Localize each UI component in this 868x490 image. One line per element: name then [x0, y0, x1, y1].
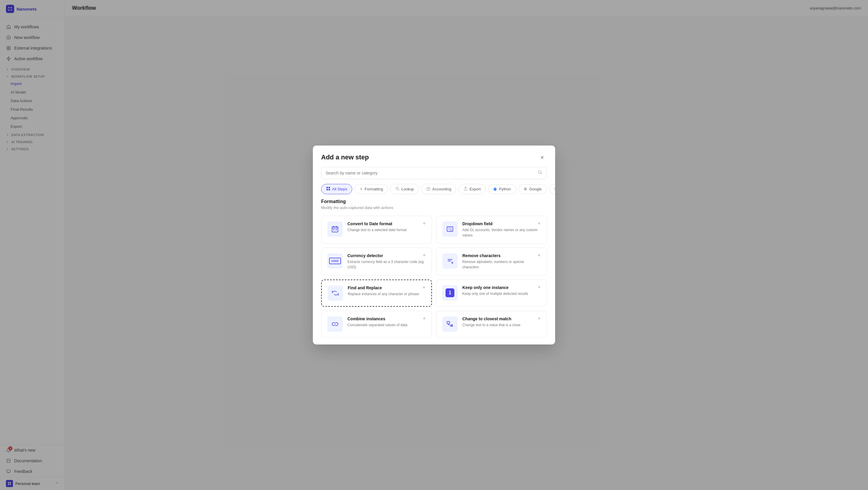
- card-title: Keep only one instance: [462, 285, 541, 290]
- card-add-button[interactable]: +: [421, 252, 428, 259]
- closest-match-icon: [446, 320, 454, 328]
- modal: Add a new step × All Steps: [313, 145, 555, 345]
- tab-accounting[interactable]: Accounting: [421, 184, 456, 194]
- card-icon-wrap: [442, 253, 458, 269]
- export-icon: [464, 187, 468, 192]
- card-add-button[interactable]: +: [536, 252, 542, 259]
- card-icon-wrap: [442, 221, 458, 237]
- card-info: Convert to Date format Change text to a …: [347, 221, 426, 233]
- card-title: Currency detector: [347, 253, 426, 258]
- svg-rect-29: [448, 229, 451, 230]
- svg-point-23: [555, 187, 555, 190]
- card-desc: Change text to a value that is a close: [462, 322, 541, 328]
- section-subtitle: Modify the auto-captured data with actio…: [321, 205, 547, 210]
- search-box: [321, 167, 547, 179]
- section-heading: Formatting: [321, 199, 547, 204]
- svg-rect-28: [448, 228, 452, 228]
- svg-rect-18: [327, 189, 328, 190]
- card-desc: Add GL accounts, Vendor names or any cus…: [462, 227, 541, 238]
- modal-overlay[interactable]: Add a new step × All Steps: [0, 0, 868, 490]
- card-info: Currency detector Extracts currency fiel…: [347, 253, 426, 270]
- card-add-button[interactable]: +: [536, 284, 542, 290]
- card-icon-wrap: 1: [442, 285, 458, 300]
- modal-header: Add a new step ×: [313, 145, 555, 167]
- tab-all-steps[interactable]: All Steps: [321, 184, 352, 194]
- grid-tab-icon: [326, 187, 330, 192]
- card-add-button[interactable]: +: [421, 315, 428, 322]
- card-currency-detector[interactable]: USD Currency detector Extracts currency …: [321, 248, 432, 275]
- card-icon-wrap: [442, 317, 458, 332]
- usd-icon: USD: [329, 258, 341, 264]
- remove-chars-icon: [446, 257, 454, 265]
- card-title: Find and Replace: [348, 286, 426, 290]
- section-title: Formatting: [321, 199, 346, 204]
- svg-rect-16: [327, 187, 328, 188]
- tab-lookup[interactable]: Lookup: [390, 184, 419, 194]
- card-info: Change to closest match Change text to a…: [462, 317, 541, 328]
- card-info: Dropdown field Add GL accounts, Vendor n…: [462, 221, 541, 238]
- card-title: Combine instances: [347, 317, 426, 321]
- sparkle-icon: ✦: [360, 187, 363, 191]
- card-info: Keep only one instance Keep only one of …: [462, 285, 541, 296]
- card-title: Remove characters: [462, 253, 541, 258]
- card-remove-characters[interactable]: Remove characters Remove alphabets, numb…: [436, 248, 547, 275]
- card-info: Remove characters Remove alphabets, numb…: [462, 253, 541, 270]
- card-keep-only-one-instance[interactable]: 1 Keep only one instance Keep only one o…: [436, 280, 547, 307]
- tab-python[interactable]: Python: [488, 184, 516, 194]
- svg-rect-32: [447, 322, 450, 324]
- dropdown-field-icon: [446, 225, 454, 233]
- card-add-button[interactable]: +: [536, 220, 542, 227]
- one-instance-icon: 1: [445, 288, 454, 297]
- lookup-icon: [395, 187, 399, 192]
- svg-rect-17: [329, 187, 330, 188]
- card-find-and-replace[interactable]: Find and Replace Replace instances of an…: [321, 280, 432, 307]
- card-desc: Remove alphabets, numbers or special cha…: [462, 259, 541, 270]
- search-input[interactable]: [326, 171, 535, 175]
- card-change-to-closest-match[interactable]: Change to closest match Change text to a…: [436, 311, 547, 337]
- svg-point-31: [335, 323, 338, 326]
- card-title: Convert to Date format: [347, 221, 426, 226]
- svg-rect-25: [333, 229, 335, 230]
- card-add-button[interactable]: +: [421, 220, 428, 227]
- svg-point-20: [396, 187, 398, 190]
- modal-close-button[interactable]: ×: [537, 153, 547, 162]
- card-add-button[interactable]: +: [536, 315, 542, 322]
- card-dropdown-field[interactable]: Dropdown field Add GL accounts, Vendor n…: [436, 216, 547, 243]
- card-icon-wrap: [327, 317, 343, 332]
- svg-rect-26: [336, 229, 337, 230]
- card-combine-instances[interactable]: Combine instances Concatenate separated …: [321, 311, 432, 337]
- calendar-icon: [331, 225, 339, 233]
- card-info: Find and Replace Replace instances of an…: [348, 286, 426, 297]
- building-icon: [426, 187, 430, 192]
- python-icon: [493, 187, 497, 191]
- tab-formatting[interactable]: ✦ Formatting: [354, 184, 388, 194]
- card-desc: Concatenate separated values of data: [347, 322, 426, 328]
- card-icon-wrap: [327, 221, 343, 237]
- svg-rect-22: [428, 189, 429, 190]
- modal-search-area: [313, 167, 555, 184]
- card-add-button[interactable]: +: [421, 284, 427, 291]
- cards-grid: Convert to Date format Change text to a …: [321, 216, 547, 337]
- search-icon: [538, 170, 542, 176]
- modal-tabs: All Steps ✦ Formatting Lookup Accounting: [313, 184, 555, 199]
- card-title: Change to closest match: [462, 317, 541, 321]
- tab-export[interactable]: Export: [459, 184, 486, 194]
- card-title: Dropdown field: [462, 221, 541, 226]
- chat-icon: [554, 187, 555, 192]
- card-desc: Change text to a selected date format: [347, 227, 426, 233]
- find-replace-icon: [331, 289, 339, 297]
- modal-body: Formatting Modify the auto-captured data…: [313, 199, 555, 345]
- card-convert-to-date[interactable]: Convert to Date format Change text to a …: [321, 216, 432, 243]
- tab-google[interactable]: G Google: [519, 184, 547, 194]
- card-desc: Keep only one of multiple detected resul…: [462, 291, 541, 296]
- card-icon-wrap: [328, 286, 343, 301]
- tab-need-help[interactable]: Need help?: [549, 184, 555, 194]
- svg-rect-33: [450, 324, 453, 327]
- google-icon: G: [524, 187, 528, 191]
- card-desc: Extracts currency field as a 3 character…: [347, 259, 426, 270]
- combine-icon: [331, 320, 339, 328]
- card-desc: Replace instances of any character or ph…: [348, 291, 426, 297]
- svg-rect-19: [329, 189, 330, 190]
- svg-point-30: [332, 323, 335, 326]
- card-icon-wrap: USD: [327, 253, 343, 269]
